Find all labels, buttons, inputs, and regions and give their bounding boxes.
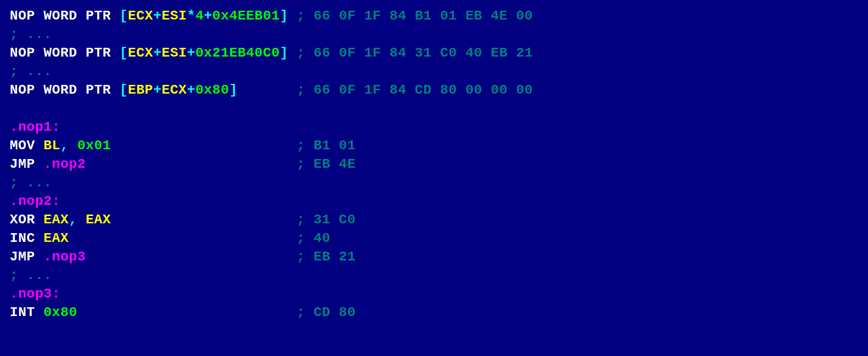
bytes-comment: ; 31 C0 [296, 212, 355, 227]
code-line: INC EAX ; 40 [10, 231, 331, 246]
token-pu: + [153, 45, 161, 60]
token-mn: MOV [10, 138, 43, 153]
token-rg: ESI [161, 8, 187, 23]
token-rg: EAX [43, 231, 69, 246]
code-line: MOV BL, 0x01 ; B1 01 [10, 138, 355, 153]
token-cm: ; ... [10, 27, 52, 42]
token-lb: .nop3: [10, 286, 60, 301]
token-mn: JMP [10, 249, 43, 264]
token-pu: * [187, 8, 195, 23]
bytes-comment: ; CD 80 [296, 305, 355, 320]
token-pu: + [187, 45, 195, 60]
token-cm: ; ... [10, 64, 52, 79]
bytes-comment: ; 66 0F 1F 84 B1 01 EB 4E 00 [296, 8, 533, 23]
token-mn: NOP WORD PTR [10, 8, 119, 23]
token-rg: ECX [161, 82, 187, 98]
token-lb: .nop2: [10, 194, 60, 209]
token-lb: .nop1: [10, 119, 60, 135]
token-mn: INC [10, 231, 43, 246]
code-line: ; ... [10, 27, 52, 42]
bytes-comment: ; EB 21 [296, 249, 355, 264]
token-mn: NOP WORD PTR [10, 82, 119, 98]
token-mn: NOP WORD PTR [10, 45, 119, 60]
token-pu: [ [119, 45, 128, 60]
token-pu: + [187, 82, 195, 98]
token-rg: EBP [128, 82, 153, 98]
token-pu: [ [119, 82, 128, 98]
token-pu: + [153, 8, 161, 23]
code-line: JMP .nop2 ; EB 4E [10, 157, 355, 172]
token-nm: 4 [196, 8, 204, 23]
bytes-comment: ; EB 4E [296, 157, 355, 172]
code-line: ; ... [10, 64, 52, 79]
token-mn: XOR [10, 212, 43, 227]
token-rg: EAX [43, 212, 69, 227]
token-lb: .nop3 [43, 249, 86, 264]
token-nm: 0x21EB40C0 [196, 45, 280, 60]
token-nm: 0x01 [77, 138, 111, 153]
token-lb: .nop2 [43, 157, 86, 172]
token-rg: ESI [161, 45, 187, 60]
assembly-code-block: NOP WORD PTR [ECX+ESI*4+0x4EEB01] ; 66 0… [0, 0, 868, 322]
code-line: JMP .nop3 ; EB 21 [10, 249, 355, 264]
token-rg: ECX [128, 45, 153, 60]
code-line: .nop3: [10, 286, 60, 301]
token-mn: JMP [10, 157, 43, 172]
code-line: .nop2: [10, 194, 60, 209]
token-nm: 0x4EEB01 [212, 8, 279, 23]
token-mn: INT [10, 305, 43, 320]
token-pu: , [60, 138, 78, 153]
code-line: NOP WORD PTR [EBP+ECX+0x80] ; 66 0F 1F 8… [10, 82, 533, 98]
code-line: NOP WORD PTR [ECX+ESI*4+0x4EEB01] ; 66 0… [10, 8, 533, 23]
code-line: INT 0x80 ; CD 80 [10, 305, 355, 320]
code-line: NOP WORD PTR [ECX+ESI+0x21EB40C0] ; 66 0… [10, 45, 533, 60]
code-line: .nop1: [10, 119, 60, 135]
token-cm: ; ... [10, 268, 52, 283]
token-pu: , [69, 212, 86, 227]
token-pu: ] [280, 8, 288, 23]
token-pu: + [204, 8, 212, 23]
token-cm: ; ... [10, 175, 52, 190]
token-rg: EAX [86, 212, 111, 227]
token-pu: ] [229, 82, 237, 98]
bytes-comment: ; B1 01 [296, 138, 355, 153]
code-line: XOR EAX, EAX ; 31 C0 [10, 212, 355, 227]
token-nm: 0x80 [43, 305, 77, 320]
token-pu: ] [280, 45, 288, 60]
bytes-comment: ; 66 0F 1F 84 CD 80 00 00 00 [296, 82, 533, 98]
code-line: ; ... [10, 175, 52, 190]
token-pu: + [153, 82, 161, 98]
token-rg: BL [43, 138, 60, 153]
bytes-comment: ; 66 0F 1F 84 31 C0 40 EB 21 [296, 45, 533, 60]
token-nm: 0x80 [196, 82, 229, 98]
code-line: ; ... [10, 268, 52, 283]
token-rg: ECX [128, 8, 153, 23]
token-pu: [ [119, 8, 128, 23]
bytes-comment: ; 40 [296, 231, 330, 246]
